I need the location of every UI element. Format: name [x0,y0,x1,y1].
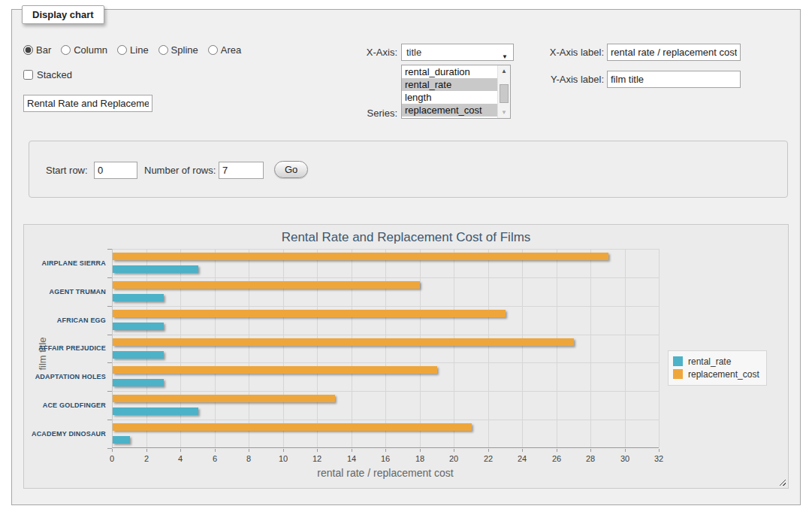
bar-rental_rate [113,323,164,330]
bar-rental_rate [113,379,164,386]
x-tick-label: 0 [110,454,114,463]
stacked-label: Stacked [37,69,72,80]
gridline [113,335,659,335]
panel-title: Display chart [22,5,104,24]
radio-area[interactable] [208,45,218,55]
radio-label: Area [221,44,241,56]
bar-replacement_cost [113,366,437,374]
start-row-caption: Start row: [46,165,88,176]
x-axis-label-input[interactable] [607,44,741,61]
bar-rental_rate [113,351,164,359]
category-label: ADAPTATION HOLES [28,373,106,380]
category-label: AIRPLANE SIERRA [28,259,106,267]
radio-line[interactable] [117,45,127,55]
y-axis-label-caption: Y-Axis label: [538,74,604,85]
y-tick [107,306,112,307]
y-tick [107,249,112,250]
resize-grip-icon[interactable] [777,477,786,486]
x-axis-label-caption: X-Axis label: [538,47,604,58]
x-tick [146,449,147,452]
radio-spline[interactable] [158,45,168,55]
x-tick [625,449,626,452]
legend-item-replacement_cost[interactable]: replacement_cost [673,368,759,380]
x-tick-label: 4 [178,454,183,463]
radio-label: Spline [171,44,198,56]
gridline [454,249,454,447]
radio-label: Bar [36,44,51,56]
series-option-rental_rate[interactable]: rental_rate [402,78,497,91]
chart-title-input[interactable] [23,95,152,112]
gridline [113,391,659,392]
x-tick-label: 12 [312,454,321,463]
number-of-rows-caption: Number of rows: [144,165,216,176]
series-option-replacement_cost[interactable]: replacement_cost [402,104,497,117]
chart-type-option-bar[interactable]: Bar [23,44,51,56]
y-axis-title: film title [37,328,48,380]
legend-item-rental_rate[interactable]: rental_rate [673,355,759,368]
y-axis-label-input[interactable] [607,71,741,88]
gridline [522,249,523,447]
x-tick-label: 24 [518,454,527,463]
x-tick-label: 10 [279,454,288,463]
gridline [113,249,659,250]
chart-type-option-area[interactable]: Area [208,44,241,56]
x-tick [352,449,352,452]
gridline [659,249,660,447]
radio-bar[interactable] [23,45,33,55]
chart-type-option-line[interactable]: Line [117,44,149,56]
chart-type-option-spline[interactable]: Spline [158,44,198,56]
gridline [283,249,284,447]
number-of-rows-input[interactable] [219,162,264,179]
gridline [113,362,659,363]
x-tick-label: 32 [654,454,663,463]
y-tick [107,391,112,392]
category-label: ACADEMY DINOSAUR [28,430,106,438]
series-listbox[interactable]: rental_durationrental_ratelengthreplacem… [401,65,511,119]
series-options: rental_durationrental_ratelengthreplacem… [402,65,497,118]
stacked-option[interactable]: Stacked [23,69,72,80]
radio-label: Column [74,44,107,56]
chart-type-radios: BarColumnLineSplineArea [23,44,241,56]
bar-replacement_cost [113,310,506,317]
gridline [590,249,591,447]
x-tick [385,449,386,452]
bar-rental_rate [113,265,198,273]
scrollbar-thumb[interactable] [500,84,509,103]
x-tick [659,449,660,452]
y-tick [107,420,112,420]
y-tick [107,448,112,449]
stacked-checkbox[interactable] [23,70,33,80]
x-tick-label: 22 [484,454,493,463]
go-button[interactable]: Go [274,161,308,178]
legend-swatch-icon [673,369,683,379]
x-tick-label: 8 [246,454,251,463]
y-tick [107,277,112,278]
x-tick-label: 16 [381,454,390,463]
x-tick-label: 18 [415,454,424,463]
gridline [113,306,659,307]
start-row-input[interactable] [94,162,137,179]
x-tick [112,449,113,452]
series-scrollbar[interactable]: ▲ ▼ [497,65,510,118]
x-tick [454,449,454,452]
x-axis-select[interactable]: title ▼ [401,44,514,61]
bar-replacement_cost [113,253,608,260]
gridline [249,249,249,447]
x-tick [215,449,216,452]
legend-swatch-icon [673,356,683,366]
chart-type-option-column[interactable]: Column [61,44,107,56]
gridline [113,277,659,278]
x-axis-selected-value: title [406,47,421,58]
y-tick [107,335,112,335]
gridline [317,249,318,447]
series-option-rental_duration[interactable]: rental_duration [402,65,497,78]
scroll-up-icon[interactable]: ▲ [498,65,510,77]
scroll-down-icon[interactable]: ▼ [498,107,510,118]
legend-label: rental_rate [688,356,731,367]
gridline [420,249,421,447]
series-option-length[interactable]: length [402,91,497,104]
gridline [113,420,659,420]
gridline [146,249,147,447]
radio-column[interactable] [61,45,71,55]
gridline [625,249,626,447]
